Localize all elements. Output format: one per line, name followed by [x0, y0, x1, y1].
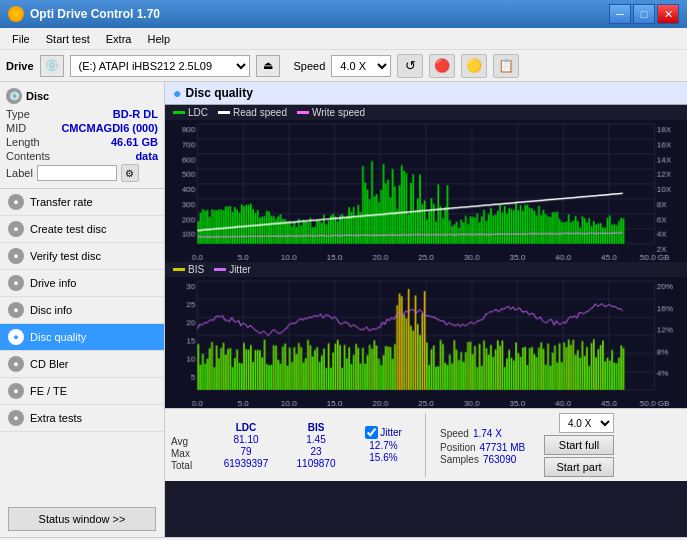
- start-part-button[interactable]: Start part: [544, 457, 614, 477]
- sidebar-item-verify-test-disc[interactable]: ●Verify test disc: [0, 243, 164, 270]
- sidebar-item-label-verify-test-disc: Verify test disc: [30, 250, 101, 262]
- total-bis-val: 1109870: [289, 458, 344, 469]
- sidebar-item-label-drive-info: Drive info: [30, 277, 76, 289]
- samples-val: 763090: [483, 454, 516, 465]
- legend-jitter: Jitter: [214, 264, 251, 275]
- disc-contents-row: Contents data: [6, 150, 158, 162]
- sidebar-item-disc-quality[interactable]: ●Disc quality: [0, 324, 164, 351]
- settings-button1[interactable]: 🔴: [429, 54, 455, 78]
- disc-label-row: Label ⚙: [6, 164, 158, 182]
- eject-button[interactable]: ⏏: [256, 55, 280, 77]
- legend-readspeed: Read speed: [218, 107, 287, 118]
- disc-mid-row: MID CMCMAGDI6 (000): [6, 122, 158, 134]
- sidebar: 💿 Disc Type BD-R DL MID CMCMAGDI6 (000) …: [0, 82, 165, 537]
- speed-label: Speed: [294, 60, 326, 72]
- disc-header: 💿 Disc: [6, 88, 158, 104]
- titlebar-title: Opti Drive Control 1.70: [30, 7, 160, 21]
- chart2-legend: BIS Jitter: [165, 262, 687, 277]
- ldc-header: LDC: [236, 422, 257, 433]
- status-window-button[interactable]: Status window >>: [8, 507, 156, 531]
- sidebar-item-label-create-test-disc: Create test disc: [30, 223, 106, 235]
- disc-label-input[interactable]: [37, 165, 117, 181]
- drivebar: Drive 💿 (E:) ATAPI iHBS212 2.5L09 ⏏ Spee…: [0, 50, 687, 82]
- disc-header-label: Disc: [26, 90, 49, 102]
- disc-length-value: 46.61 GB: [111, 136, 158, 148]
- disc-mid-value: CMCMAGDI6 (000): [61, 122, 158, 134]
- settings-button2[interactable]: 🟡: [461, 54, 487, 78]
- speed-select-drive[interactable]: 4.0 X: [331, 55, 391, 77]
- chart2-canvas: [165, 277, 687, 409]
- sidebar-item-extra-tests[interactable]: ●Extra tests: [0, 405, 164, 432]
- avg-bis-val: 1.45: [289, 434, 344, 445]
- legend-ldc-color: [173, 111, 185, 114]
- stats-ldc-col: LDC 81.10 79 61939397: [216, 422, 276, 469]
- main-area: 💿 Disc Type BD-R DL MID CMCMAGDI6 (000) …: [0, 82, 687, 537]
- chart1-legend: LDC Read speed Write speed: [165, 105, 687, 120]
- legend-jitter-color: [214, 268, 226, 271]
- position-row: Position 47731 MB: [440, 442, 530, 453]
- chart1-canvas: [165, 120, 687, 262]
- stats-speed-col: Speed 1.74 X Position 47731 MB Samples 7…: [440, 425, 530, 465]
- sidebar-item-icon-extra-tests: ●: [8, 410, 24, 426]
- drive-icon-btn[interactable]: 💿: [40, 55, 64, 77]
- titlebar-controls: ─ □ ✕: [609, 4, 679, 24]
- legend-bis: BIS: [173, 264, 204, 275]
- sidebar-item-icon-verify-test-disc: ●: [8, 248, 24, 264]
- menu-start-test[interactable]: Start test: [38, 31, 98, 47]
- refresh-button[interactable]: ↺: [397, 54, 423, 78]
- titlebar: Opti Drive Control 1.70 ─ □ ✕: [0, 0, 687, 28]
- legend-bis-color: [173, 268, 185, 271]
- disc-quality-icon: ●: [173, 85, 181, 101]
- jitter-check: Jitter: [365, 426, 402, 439]
- start-full-button[interactable]: Start full: [544, 435, 614, 455]
- bis-header: BIS: [308, 422, 325, 433]
- menubar: File Start test Extra Help: [0, 28, 687, 50]
- sidebar-item-create-test-disc[interactable]: ●Create test disc: [0, 216, 164, 243]
- menu-file[interactable]: File: [4, 31, 38, 47]
- position-label: Position: [440, 442, 476, 453]
- legend-bis-label: BIS: [188, 264, 204, 275]
- legend-ldc-label: LDC: [188, 107, 208, 118]
- minimize-button[interactable]: ─: [609, 4, 631, 24]
- jitter-header: Jitter: [380, 427, 402, 438]
- max-bis-val: 23: [289, 446, 344, 457]
- speed-row: Speed 1.74 X: [440, 425, 530, 441]
- settings-button3[interactable]: 📋: [493, 54, 519, 78]
- avg-speed-val: 1.74 X: [473, 428, 502, 439]
- disc-length-row: Length 46.61 GB: [6, 136, 158, 148]
- charts-wrapper: LDC Read speed Write speed BIS: [165, 105, 687, 408]
- disc-type-label: Type: [6, 108, 30, 120]
- jitter-checkbox[interactable]: [365, 426, 378, 439]
- stats-labels-col: Avg Max Total: [171, 419, 206, 471]
- menu-help[interactable]: Help: [139, 31, 178, 47]
- drive-select[interactable]: (E:) ATAPI iHBS212 2.5L09: [70, 55, 250, 77]
- disc-quality-header: ● Disc quality: [165, 82, 687, 105]
- app-icon: [8, 6, 24, 22]
- sidebar-item-label-disc-quality: Disc quality: [30, 331, 86, 343]
- sidebar-item-fe-te[interactable]: ●FE / TE: [0, 378, 164, 405]
- samples-row: Samples 763090: [440, 454, 530, 465]
- sidebar-item-transfer-rate[interactable]: ●Transfer rate: [0, 189, 164, 216]
- disc-contents-value: data: [135, 150, 158, 162]
- sidebar-item-cd-bler[interactable]: ●CD Bler: [0, 351, 164, 378]
- sidebar-item-label-cd-bler: CD Bler: [30, 358, 69, 370]
- sidebar-item-label-transfer-rate: Transfer rate: [30, 196, 93, 208]
- content-area: ● Disc quality LDC Read speed Write spee…: [165, 82, 687, 537]
- close-button[interactable]: ✕: [657, 4, 679, 24]
- sidebar-item-disc-info[interactable]: ●Disc info: [0, 297, 164, 324]
- legend-ldc: LDC: [173, 107, 208, 118]
- speed-select-stats[interactable]: 4.0 X: [559, 413, 614, 433]
- label-edit-icon[interactable]: ⚙: [121, 164, 139, 182]
- legend-writespeed-label: Write speed: [312, 107, 365, 118]
- menu-extra[interactable]: Extra: [98, 31, 140, 47]
- drive-label: Drive: [6, 60, 34, 72]
- sidebar-item-drive-info[interactable]: ●Drive info: [0, 270, 164, 297]
- stats-area: Avg Max Total LDC 81.10 79 61939397 BIS …: [165, 408, 687, 481]
- stats-jitter-col: Jitter 12.7% 15.6%: [356, 426, 411, 464]
- max-label: Max: [171, 448, 206, 459]
- maximize-button[interactable]: □: [633, 4, 655, 24]
- disc-mid-label: MID: [6, 122, 26, 134]
- disc-length-label: Length: [6, 136, 40, 148]
- total-ldc-val: 61939397: [219, 458, 274, 469]
- position-val: 47731 MB: [480, 442, 526, 453]
